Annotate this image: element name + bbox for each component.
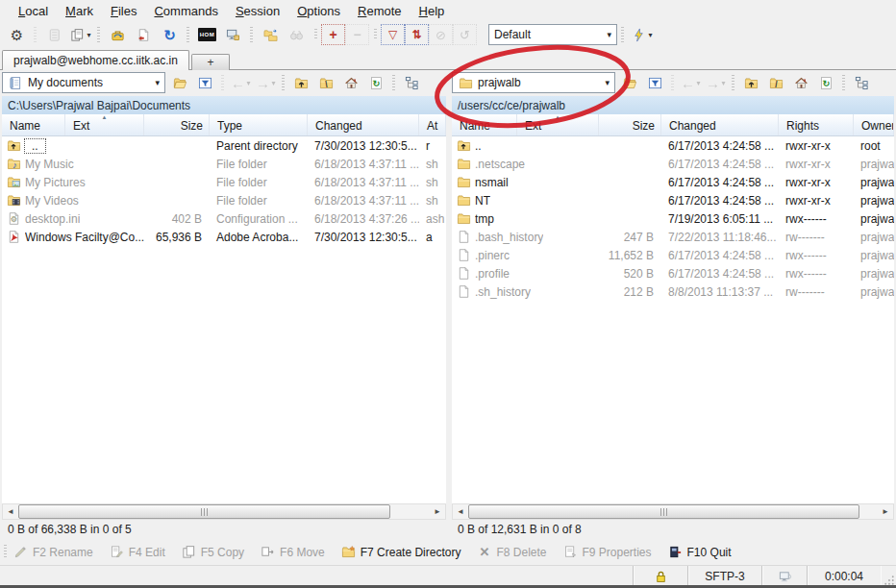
f5-copy-button[interactable]: F5 Copy <box>182 545 244 559</box>
right-back-button[interactable]: ← ▾ <box>678 72 703 93</box>
menu-files[interactable]: Files <box>102 2 145 20</box>
resize-grip[interactable] <box>881 566 896 587</box>
transfer-queue-button[interactable] <box>258 23 284 46</box>
file-name: NT <box>475 194 490 208</box>
left-back-button[interactable]: ← ▾ <box>228 72 253 93</box>
left-home-directory-button[interactable] <box>338 72 363 93</box>
remote-command-button[interactable] <box>220 23 246 46</box>
.netscape[interactable]: .netscape 6/17/2013 4:24:58 ... rwxr-xr-… <box>452 155 894 173</box>
scrollbar-thumb[interactable] <box>468 504 859 519</box>
f10-quit-button[interactable]: F10 Quit <box>668 545 732 559</box>
clone-session-button[interactable]: ▾ <box>67 23 93 46</box>
encryption-status[interactable] <box>633 566 687 587</box>
right-parent-directory-button[interactable] <box>738 72 763 93</box>
column-header-size[interactable]: Size <box>144 114 210 135</box>
NT[interactable]: NT 6/17/2013 4:24:58 ... rwxr-xr-x prajw… <box>452 191 894 209</box>
protocol-status[interactable]: SFTP-3 <box>687 566 761 587</box>
column-header-name[interactable]: Name <box>452 114 517 135</box>
local-drive-combo[interactable]: My documents ▾ <box>2 72 165 93</box>
local-horizontal-scrollbar[interactable]: ◄ ► <box>2 503 446 520</box>
console-button[interactable]: HOM <box>194 23 220 46</box>
left-forward-button[interactable]: → ▾ <box>253 72 278 93</box>
column-header-type[interactable]: Type <box>210 114 308 135</box>
column-header-changed[interactable]: Changed <box>308 114 419 135</box>
f4-edit-button[interactable]: F4 Edit <box>110 545 165 559</box>
new-session-tab-button[interactable]: + <box>191 54 230 70</box>
menu-remote[interactable]: Remote <box>349 2 411 20</box>
column-header-size[interactable]: Size <box>599 114 661 135</box>
column-header-ext[interactable]: ▲Ext <box>517 114 599 135</box>
f8-delete-button[interactable]: ✕ F8 Delete <box>477 545 546 559</box>
address-book-button[interactable] <box>41 23 67 46</box>
.pinerc[interactable]: .pinerc 11,652 B 6/17/2013 4:24:58 ... r… <box>452 246 894 264</box>
menu-mark[interactable]: Mark <box>57 2 102 20</box>
My Pictures[interactable]: My Pictures File folder 6/18/2013 4:37:1… <box>2 173 446 191</box>
column-header-rights[interactable]: Rights <box>779 114 854 135</box>
right-open-directory-button[interactable] <box>617 72 642 93</box>
local-path-bar[interactable]: C:\Users\Prajwal Bajpai\Documents <box>2 96 446 114</box>
.profile[interactable]: .profile 520 B 6/17/2013 4:24:58 ... rwx… <box>452 264 894 282</box>
menu-help[interactable]: Help <box>411 2 454 20</box>
menu-options[interactable]: Options <box>288 2 349 20</box>
synchronize-button[interactable] <box>105 23 131 46</box>
remote-path-bar[interactable]: /users/cc/ce/prajwalb <box>452 96 894 114</box>
connection-status[interactable] <box>761 566 807 587</box>
left-open-directory-button[interactable] <box>167 72 192 93</box>
menu-local[interactable]: Local <box>10 2 57 20</box>
right-home-directory-button[interactable] <box>788 72 813 93</box>
right-tree-button[interactable] <box>849 72 874 93</box>
remote-directory-combo[interactable]: prajwalb ▾ <box>452 72 615 93</box>
My Videos[interactable]: My Videos File folder 6/18/2013 4:37:11 … <box>2 191 446 209</box>
session-tab-active[interactable]: prajwalb@webhome.cc.iitk.ac.in <box>2 50 189 70</box>
right-forward-button[interactable]: → ▾ <box>703 72 728 93</box>
scroll-right-arrow-icon[interactable]: ► <box>430 504 445 519</box>
left-parent-directory-button[interactable] <box>288 72 313 93</box>
file-rights: rwxr-xr-x <box>779 194 854 208</box>
scroll-left-arrow-icon[interactable]: ◄ <box>3 504 18 519</box>
session-profile-combo[interactable]: Default ▾ <box>488 24 617 45</box>
refresh-button[interactable]: ↻ <box>157 23 183 46</box>
right-root-directory-button[interactable]: / <box>763 72 788 93</box>
commit-button[interactable] <box>131 23 157 46</box>
.bash_history[interactable]: .bash_history 247 B 7/22/2013 11:18:46..… <box>452 228 894 246</box>
.sh_history[interactable]: .sh_history 212 B 8/8/2013 11:13:37 ... … <box>452 282 894 301</box>
column-header-attr[interactable]: At <box>419 114 446 135</box>
column-header-owner[interactable]: Owner <box>854 114 894 135</box>
no-filter-button[interactable]: ⊘ <box>429 24 453 45</box>
f7-create-directory-button[interactable]: F7 Create Directory <box>341 545 461 559</box>
right-refresh-button[interactable]: ↻ <box>813 72 838 93</box>
find-files-button[interactable] <box>284 23 310 46</box>
Windows Facilty@Co...[interactable]: Windows Facilty@Co... 65,936 B Adobe Acr… <box>2 228 446 246</box>
f2-rename-button[interactable]: F2 Rename <box>13 545 93 559</box>
column-header-name[interactable]: Name <box>2 114 65 135</box>
menu-session[interactable]: Session <box>227 2 288 20</box>
sort-button[interactable]: ⇅ <box>405 24 429 45</box>
scrollbar-thumb[interactable] <box>18 504 390 519</box>
filter-button[interactable]: ▽ <box>381 24 405 45</box>
left-filter-button[interactable] <box>192 72 217 93</box>
scroll-right-arrow-icon[interactable]: ► <box>878 504 893 519</box>
reset-button[interactable]: ↺ <box>453 24 477 45</box>
nsmail[interactable]: nsmail 6/17/2013 4:24:58 ... rwxr-xr-x p… <box>452 173 894 191</box>
scroll-left-arrow-icon[interactable]: ◄ <box>453 504 468 519</box>
column-header-changed[interactable]: Changed <box>661 114 779 135</box>
preferences-button[interactable]: ⚙ <box>4 23 30 46</box>
remove-button[interactable]: − <box>345 24 369 45</box>
remote-horizontal-scrollbar[interactable]: ◄ ► <box>452 503 894 520</box>
transfer-settings-button[interactable]: ▾ <box>629 23 655 46</box>
file-owner: prajwa <box>854 267 894 281</box>
column-header-ext[interactable]: ▲Ext <box>65 114 144 135</box>
left-refresh-button[interactable]: ↻ <box>363 72 388 93</box>
desktop.ini[interactable]: ⚙ desktop.ini 402 B Configuration ... 6/… <box>2 209 446 228</box>
My Music[interactable]: ♪ My Music File folder 6/18/2013 4:37:11… <box>2 155 446 173</box>
tmp[interactable]: tmp 7/19/2013 6:05:11 ... rwx------ praj… <box>452 209 894 228</box>
..[interactable]: .. Parent directory 7/30/2013 12:30:5...… <box>2 136 446 155</box>
menu-commands[interactable]: Commands <box>145 2 226 20</box>
f9-properties-button[interactable]: F9 Properties <box>563 545 652 559</box>
add-button[interactable]: + <box>321 24 345 45</box>
left-root-directory-button[interactable]: \ <box>313 72 338 93</box>
..[interactable]: .. 6/17/2013 4:24:58 ... rwxr-xr-x root <box>452 136 894 155</box>
right-filter-button[interactable] <box>642 72 667 93</box>
left-tree-button[interactable] <box>399 72 424 93</box>
f6-move-button[interactable]: F6 Move <box>261 545 325 559</box>
